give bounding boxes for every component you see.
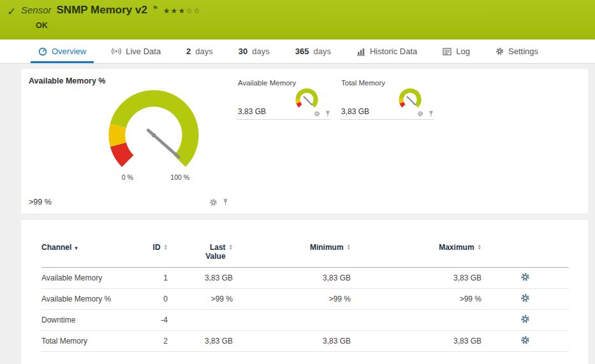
sort-icon[interactable]: ▲▼: [164, 244, 168, 250]
table-row[interactable]: Available Memory % 0 >99 % >99 % >99 %: [41, 289, 569, 310]
gear-icon[interactable]: [417, 110, 423, 117]
tab-settings[interactable]: Settings: [483, 40, 551, 63]
bar-chart-icon: [356, 47, 365, 56]
channel-id: 1: [131, 268, 168, 289]
channel-last-value: >99 %: [168, 289, 233, 310]
available-memory-pct-gauge: 0 % 100 %: [92, 83, 215, 187]
overview-gauges-panel: Available Memory % 0 % 100 % >99 %: [21, 69, 588, 214]
sensor-kind-label: Sensor: [21, 4, 52, 15]
table-row[interactable]: Total Memory 2 3,83 GB 3,83 GB 3,83 GB: [41, 331, 569, 352]
available-memory-gauge-block: Available Memory 3,83 GB: [237, 78, 331, 120]
channel-minimum: [233, 310, 351, 331]
col-header-label: Last Value: [199, 243, 226, 261]
tab-historic-data[interactable]: Historic Data: [344, 40, 430, 63]
col-header-actions: [481, 243, 569, 268]
channel-id: -4: [131, 310, 168, 331]
tab-number: 365: [295, 47, 309, 56]
tab-label: Settings: [508, 47, 538, 56]
tab-overview[interactable]: Overview: [26, 40, 99, 63]
stars-filled: ★★★: [163, 6, 186, 15]
mini-gauge-value: 3,83 GB: [238, 107, 266, 116]
available-memory-pct-gauge-block: Available Memory % 0 % 100 % >99 %: [29, 74, 231, 208]
channel-name[interactable]: Available Memory: [41, 268, 131, 289]
pin-icon[interactable]: [325, 110, 331, 117]
col-header-label: Maximum: [439, 243, 474, 252]
col-header-label: Minimum: [310, 243, 344, 252]
channel-last-value: [168, 310, 233, 331]
col-header-id[interactable]: ID▲▼: [131, 243, 168, 268]
tab-log[interactable]: Log: [430, 40, 483, 63]
tab-30-days[interactable]: 30 days: [226, 40, 283, 63]
page-title: SNMP Memory v2: [57, 4, 147, 17]
gear-icon[interactable]: [209, 198, 217, 207]
col-header-minimum[interactable]: Minimum▲▼: [233, 243, 351, 268]
channel-maximum: 3,83 GB: [351, 268, 481, 289]
tab-live-data[interactable]: Live Data: [99, 40, 173, 63]
live-data-broadcast-icon: [112, 47, 121, 55]
sort-icon[interactable]: ▲▼: [229, 244, 233, 250]
sort-icon[interactable]: ▲▼: [347, 244, 351, 250]
sensor-header: ✓ Sensor SNMP Memory v2 ⚑ ★★★☆☆ OK: [0, 0, 595, 40]
gear-icon: [496, 47, 504, 55]
tab-label: days: [252, 47, 269, 56]
channels-table-panel: Channel▾ ID▲▼ Last Value▲▼ Minimum▲▼ Max…: [21, 220, 588, 364]
sort-icon[interactable]: ▲▼: [478, 244, 481, 250]
sort-down-icon: ▼: [347, 247, 351, 250]
channel-name[interactable]: Available Memory %: [41, 289, 131, 310]
table-header-row: Channel▾ ID▲▼ Last Value▲▼ Minimum▲▼ Max…: [41, 243, 569, 268]
channel-last-value: 3,83 GB: [168, 268, 233, 289]
col-header-last-value[interactable]: Last Value▲▼: [168, 243, 233, 268]
tab-label: Live Data: [126, 47, 161, 56]
tab-2-days[interactable]: 2 days: [173, 40, 226, 63]
mini-gauge-title: Available Memory: [238, 79, 296, 87]
mini-gauge-value: 3,83 GB: [341, 107, 369, 116]
channel-settings-gear-icon[interactable]: [520, 293, 530, 303]
channel-name[interactable]: Total Memory: [41, 331, 131, 352]
channel-name[interactable]: Downtime: [41, 310, 131, 331]
tab-label: days: [195, 47, 212, 56]
channel-settings-gear-icon[interactable]: [520, 314, 530, 324]
channel-maximum: [351, 310, 481, 331]
sort-down-icon: ▼: [478, 247, 481, 250]
total-memory-gauge-block: Total Memory 3,83 GB: [340, 78, 434, 120]
pin-icon[interactable]: [222, 198, 229, 206]
stars-empty: ☆☆: [186, 6, 201, 15]
sensor-title-line: Sensor SNMP Memory v2 ⚑ ★★★☆☆: [21, 4, 201, 17]
status-badge: OK: [36, 21, 48, 30]
gauge-footer: >99 %: [29, 198, 231, 208]
mini-gauge-title: Total Memory: [341, 79, 385, 87]
channel-last-value: 3,83 GB: [168, 331, 233, 352]
col-header-label: ID: [153, 243, 161, 252]
table-row[interactable]: Downtime -4: [41, 310, 569, 331]
gauge-min-label: 0 %: [122, 173, 133, 181]
col-header-channel[interactable]: Channel▾: [41, 243, 131, 268]
overview-gauge-icon: [38, 47, 47, 56]
tab-number: 2: [186, 47, 191, 56]
col-header-maximum[interactable]: Maximum▲▼: [351, 243, 481, 268]
gear-icon[interactable]: [314, 110, 320, 117]
table-row[interactable]: Available Memory 1 3,83 GB 3,83 GB 3,83 …: [41, 268, 569, 289]
channel-minimum: 3,83 GB: [233, 331, 351, 352]
channel-settings-gear-icon[interactable]: [520, 335, 530, 345]
sort-down-icon: ▼: [229, 247, 233, 250]
tab-label: Log: [456, 47, 470, 56]
channel-id: 0: [131, 289, 168, 310]
status-check-icon: ✓: [7, 5, 16, 18]
priority-stars[interactable]: ★★★☆☆: [163, 6, 201, 15]
sort-down-icon: ▼: [164, 247, 168, 250]
channel-minimum: 3,83 GB: [233, 268, 351, 289]
main-content: Available Memory % 0 % 100 % >99 %: [0, 64, 595, 364]
pin-icon[interactable]: [428, 110, 434, 117]
gauge-current-value: >99 %: [29, 198, 52, 207]
caret-down-icon: ▾: [75, 245, 78, 251]
channel-maximum: 3,83 GB: [351, 331, 481, 352]
tab-label: days: [313, 47, 330, 56]
tab-365-days[interactable]: 365 days: [283, 40, 344, 63]
channel-settings-gear-icon[interactable]: [520, 272, 530, 282]
channel-maximum: >99 %: [351, 289, 481, 310]
tab-number: 30: [239, 47, 247, 56]
col-header-label: Channel: [41, 243, 71, 252]
channel-id: 2: [131, 331, 168, 352]
priority-flag-icon[interactable]: ⚑: [152, 4, 158, 11]
log-list-icon: [443, 47, 452, 56]
